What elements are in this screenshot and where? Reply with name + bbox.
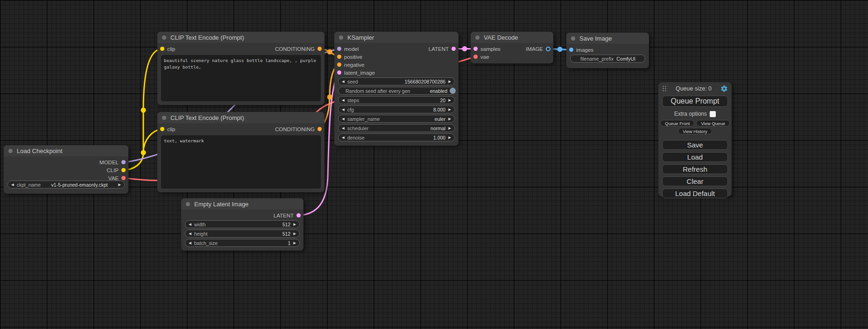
widget-seed[interactable]: ◀ seed 156680208700286 ▶	[338, 77, 455, 85]
widget-steps[interactable]: ◀ steps 20 ▶	[338, 96, 455, 104]
model-slot-icon[interactable]	[337, 47, 341, 51]
latent-slot-icon[interactable]	[452, 47, 456, 51]
toggle-icon[interactable]	[450, 88, 456, 94]
arrow-left-icon[interactable]: ◀	[342, 126, 345, 130]
node-save-image[interactable]: Save Image images filename_prefix ComfyU…	[566, 33, 649, 68]
node-title-bar[interactable]: VAE Decode	[471, 32, 553, 43]
collapse-dot-icon[interactable]	[339, 35, 343, 40]
collapse-dot-icon[interactable]	[475, 35, 480, 40]
slot-negative-input[interactable]: negative	[337, 62, 364, 68]
reroute-dot-clip[interactable]	[141, 108, 146, 113]
arrow-right-icon[interactable]: ▶	[448, 108, 451, 112]
clip-slot-icon[interactable]	[121, 168, 126, 172]
collapse-dot-icon[interactable]	[186, 202, 190, 206]
node-title-bar[interactable]: CLIP Text Encode (Prompt)	[157, 112, 325, 123]
arrow-right-icon[interactable]: ▶	[448, 80, 451, 84]
model-slot-icon[interactable]	[121, 160, 126, 164]
conditioning-slot-icon[interactable]	[337, 55, 341, 59]
node-clip-text-encode-positive[interactable]: CLIP Text Encode (Prompt) clip CONDITION…	[157, 32, 325, 105]
conditioning-slot-icon[interactable]	[337, 63, 341, 67]
reroute-dot-image[interactable]	[557, 47, 563, 52]
image-slot-icon[interactable]	[546, 47, 550, 51]
conditioning-slot-icon[interactable]	[318, 47, 322, 51]
reroute-dot-latent[interactable]	[462, 46, 467, 51]
node-vae-decode[interactable]: VAE Decode samples IMAGE vae	[471, 32, 553, 63]
node-clip-text-encode-negative[interactable]: CLIP Text Encode (Prompt) clip CONDITION…	[157, 112, 325, 192]
queue-front-button[interactable]: Queue Front	[660, 120, 694, 126]
latent-slot-icon[interactable]	[473, 47, 478, 51]
settings-gear-icon[interactable]	[720, 85, 728, 92]
slot-latent-output[interactable]: LATENT	[429, 46, 456, 52]
arrow-right-icon[interactable]: ▶	[448, 117, 451, 121]
node-title-bar[interactable]: CLIP Text Encode (Prompt)	[157, 32, 325, 43]
clear-button[interactable]: Clear	[662, 176, 728, 186]
positive-prompt-textarea[interactable]: beautiful scenery nature glass bottle la…	[161, 55, 321, 101]
arrow-left-icon[interactable]: ◀	[11, 183, 14, 187]
node-empty-latent-image[interactable]: Empty Latent Image LATENT ◀ width 512 ▶ …	[181, 198, 303, 251]
reroute-dot-clip[interactable]	[141, 150, 146, 155]
collapse-dot-icon[interactable]	[162, 35, 166, 40]
arrow-right-icon[interactable]: ▶	[293, 232, 296, 236]
node-title-bar[interactable]: Empty Latent Image	[181, 198, 303, 210]
slot-conditioning-output[interactable]: CONDITIONING	[275, 46, 322, 52]
widget-random-seed-toggle[interactable]: Random seed after every gen enabled	[338, 87, 455, 95]
reroute-dot-conditioning[interactable]	[327, 49, 332, 55]
slot-model-input[interactable]: model	[337, 46, 359, 52]
arrow-left-icon[interactable]: ◀	[342, 80, 345, 84]
slot-latent-output[interactable]: LATENT	[274, 213, 301, 218]
arrow-left-icon[interactable]: ◀	[342, 117, 345, 121]
reroute-dot-conditioning[interactable]	[327, 95, 332, 100]
arrow-left-icon[interactable]: ◀	[189, 232, 191, 236]
latent-slot-icon[interactable]	[296, 213, 301, 217]
vae-slot-icon[interactable]	[473, 55, 478, 59]
arrow-left-icon[interactable]: ◀	[189, 241, 191, 245]
arrow-right-icon[interactable]: ▶	[448, 126, 451, 130]
node-ksampler[interactable]: KSampler model LATENT positive negative …	[334, 32, 459, 146]
save-button[interactable]: Save	[662, 140, 728, 150]
slot-latent-image-input[interactable]: latent_image	[337, 70, 375, 76]
slot-vae-output[interactable]: VAE	[108, 175, 126, 181]
node-title-bar[interactable]: Load Checkpoint	[4, 145, 128, 156]
clip-slot-icon[interactable]	[160, 127, 164, 131]
slot-clip-output[interactable]: CLIP	[106, 168, 126, 173]
arrow-left-icon[interactable]: ◀	[342, 108, 345, 112]
negative-prompt-textarea[interactable]: text, watermark	[161, 135, 321, 189]
view-queue-button[interactable]: View Queue	[696, 120, 730, 126]
slot-image-output[interactable]: IMAGE	[526, 46, 550, 52]
refresh-button[interactable]: Refresh	[662, 164, 728, 174]
widget-sampler-name[interactable]: ◀ sampler_name euler ▶	[338, 115, 455, 123]
widget-height[interactable]: ◀ height 512 ▶	[185, 230, 300, 238]
slot-samples-input[interactable]: samples	[473, 46, 501, 52]
widget-batch-size[interactable]: ◀ batch_size 1 ▶	[185, 239, 300, 247]
collapse-dot-icon[interactable]	[571, 36, 575, 41]
collapse-dot-icon[interactable]	[162, 116, 166, 120]
arrow-right-icon[interactable]: ▶	[118, 183, 121, 187]
load-default-button[interactable]: Load Default	[662, 189, 728, 198]
collapse-dot-icon[interactable]	[8, 149, 13, 153]
arrow-right-icon[interactable]: ▶	[293, 223, 296, 226]
view-history-button[interactable]: View History	[678, 128, 712, 134]
slot-positive-input[interactable]: positive	[337, 54, 362, 60]
vae-slot-icon[interactable]	[121, 176, 126, 180]
node-title-bar[interactable]: KSampler	[334, 32, 459, 43]
node-load-checkpoint[interactable]: Load Checkpoint MODEL CLIP VAE ◀ ckpt_na…	[4, 145, 128, 194]
latent-slot-icon[interactable]	[337, 70, 341, 75]
arrow-right-icon[interactable]: ▶	[293, 241, 296, 245]
conditioning-slot-icon[interactable]	[318, 127, 322, 131]
widget-filename-prefix[interactable]: filename_prefix ComfyUI	[570, 55, 645, 63]
widget-width[interactable]: ◀ width 512 ▶	[185, 220, 300, 228]
slot-model-output[interactable]: MODEL	[99, 160, 126, 165]
widget-scheduler[interactable]: ◀ scheduler normal ▶	[338, 124, 455, 132]
queue-prompt-button[interactable]: Queue Prompt	[662, 96, 728, 107]
slot-clip-input[interactable]: clip	[160, 126, 175, 132]
slot-conditioning-output[interactable]: CONDITIONING	[275, 126, 322, 132]
drag-handle-icon[interactable]	[662, 85, 667, 92]
widget-cfg[interactable]: ◀ cfg 8.000 ▶	[338, 105, 455, 113]
slot-images-input[interactable]: images	[569, 47, 593, 53]
node-title-bar[interactable]: Save Image	[566, 33, 649, 44]
clip-slot-icon[interactable]	[160, 47, 164, 51]
slot-vae-input[interactable]: vae	[473, 54, 489, 60]
widget-ckpt-name[interactable]: ◀ ckpt_name v1-5-pruned-emaonly.ckpt ▶	[7, 181, 125, 189]
arrow-right-icon[interactable]: ▶	[448, 136, 451, 140]
arrow-left-icon[interactable]: ◀	[342, 136, 345, 140]
